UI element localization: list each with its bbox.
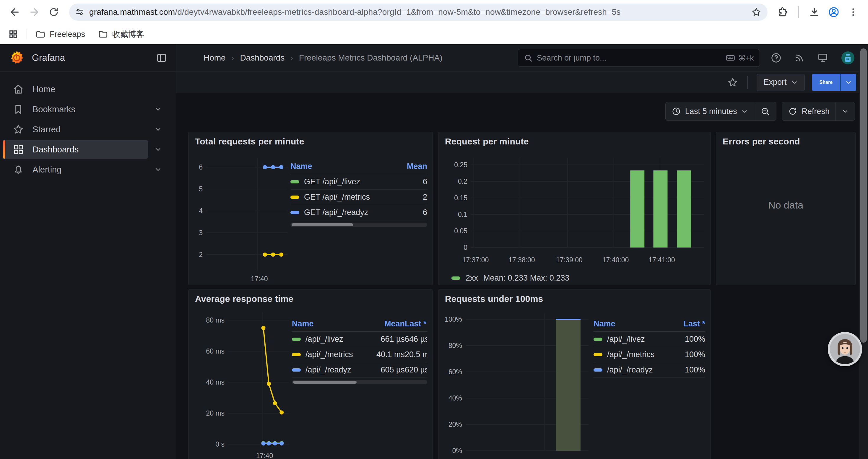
legend-scrollbar[interactable] <box>290 223 427 227</box>
bell-icon <box>12 164 24 175</box>
legend-column-header[interactable]: Name <box>290 162 401 171</box>
keyboard-icon <box>725 53 735 63</box>
forward-icon[interactable] <box>26 4 42 21</box>
bar <box>556 319 581 451</box>
search-input[interactable]: Search or jump to... ⌘+k <box>518 49 760 67</box>
data-point <box>279 410 284 415</box>
url-bar[interactable]: grafana.mathmast.com/d/deytv4rwavabkb/fr… <box>69 4 768 21</box>
legend-row[interactable]: /api/_/livez100% <box>593 332 705 347</box>
series-name[interactable]: 2xx <box>466 273 478 283</box>
bookmark-icon <box>12 103 24 115</box>
series-name[interactable]: GET /api/_/readyz <box>304 208 368 217</box>
legend-column-header[interactable]: Name <box>593 319 670 328</box>
series-value: 100% <box>670 335 705 344</box>
panel-title[interactable]: Errors per second <box>716 132 855 149</box>
extensions-icon[interactable] <box>775 4 791 21</box>
series-name[interactable]: GET /api/_/livez <box>304 177 360 186</box>
breadcrumb-dashboards[interactable]: Dashboards <box>240 53 284 63</box>
legend-scrollbar-thumb[interactable] <box>293 381 356 384</box>
series-stats: Mean: 0.233 Max: 0.233 <box>483 273 569 283</box>
news-rss-icon[interactable] <box>794 53 805 63</box>
refresh-button[interactable]: Refresh <box>782 102 836 121</box>
refresh-interval-dropdown[interactable] <box>836 102 855 121</box>
series-name[interactable]: /api/_/readyz <box>607 365 653 374</box>
series-swatch <box>290 196 299 199</box>
series-name[interactable]: /api/_/livez <box>607 335 645 344</box>
apps-grid-icon[interactable] <box>8 29 18 39</box>
series-name[interactable]: /api/_/metrics <box>306 350 353 359</box>
legend-column-header[interactable]: Mean <box>374 319 405 328</box>
series-name[interactable]: /api/_/livez <box>306 335 343 344</box>
sidebar-item-home[interactable]: Home <box>3 79 172 99</box>
chevron-down-icon[interactable] <box>154 166 162 173</box>
share-button[interactable]: Share <box>812 74 856 91</box>
no-data-message: No data <box>716 149 855 261</box>
legend-column-header[interactable]: Mean <box>401 162 427 171</box>
legend-row[interactable]: GET /api/_/livez6 <box>290 174 427 190</box>
back-icon[interactable] <box>6 4 23 21</box>
sidebar-item-starred[interactable]: Starred <box>3 120 172 139</box>
breadcrumb-home[interactable]: Home <box>204 53 226 63</box>
legend-row[interactable]: /api/_/livez661 µs646 µs <box>292 332 427 347</box>
share-caret-button[interactable] <box>840 74 856 91</box>
panel-title[interactable]: Total requests per minute <box>188 132 433 149</box>
time-range-picker[interactable]: Last 5 minutes <box>665 102 754 121</box>
help-icon[interactable] <box>771 52 782 64</box>
bookmark-folder-blogs[interactable]: 收藏博客 <box>98 29 144 40</box>
sidebar-item-dashboards[interactable]: Dashboards <box>3 140 172 159</box>
zoom-out-button[interactable] <box>754 102 776 121</box>
panel-total-requests: Total requests per minute 6543217:40Name… <box>188 132 433 285</box>
profile-icon[interactable] <box>826 4 842 21</box>
menu-kebab-icon[interactable] <box>845 4 862 21</box>
favorite-star-icon[interactable] <box>727 77 738 88</box>
home-icon <box>12 83 24 95</box>
time-controls: Last 5 minutes Refresh <box>665 102 855 121</box>
chevron-down-icon[interactable] <box>154 145 162 153</box>
bookmark-folder-freeleaps[interactable]: Freeleaps <box>35 29 85 39</box>
legend-scrollbar[interactable] <box>292 380 427 384</box>
panel4-chart: 100%80%60%40%20%0%17:40 <box>441 307 593 459</box>
series-name[interactable]: /api/_/readyz <box>306 365 351 374</box>
series-name[interactable]: GET /api/_/metrics <box>304 193 370 202</box>
share-button-label[interactable]: Share <box>812 74 840 91</box>
legend-row[interactable]: /api/_/metrics100% <box>593 347 705 362</box>
reload-icon[interactable] <box>45 4 62 21</box>
chevron-down-icon[interactable] <box>154 126 162 133</box>
grafana-logo-icon[interactable] <box>9 50 25 66</box>
downloads-icon[interactable] <box>806 4 823 21</box>
y-axis-tick-label: 80% <box>448 342 462 350</box>
bookmark-star-icon[interactable] <box>751 7 762 18</box>
chevron-down-icon[interactable] <box>154 105 162 113</box>
series-swatch <box>292 368 301 371</box>
legend-line[interactable]: 2xxMean: 0.233 Max: 0.233 <box>452 273 705 283</box>
series-name[interactable]: /api/_/metrics <box>607 350 655 359</box>
panel-title[interactable]: Requests under 100ms <box>438 290 711 306</box>
series-swatch <box>593 338 602 341</box>
sidebar-item-bookmarks[interactable]: Bookmarks <box>3 100 172 119</box>
legend-row[interactable]: /api/_/readyz605 µs620 µs <box>292 362 427 378</box>
sidebar-item-alerting[interactable]: Alerting <box>3 160 172 179</box>
site-settings-icon[interactable] <box>75 7 85 17</box>
legend-column-header[interactable]: Name <box>292 319 374 328</box>
panel-title[interactable]: Request per minute <box>438 132 711 149</box>
monitor-icon[interactable] <box>817 52 829 64</box>
sidebar-item-label: Dashboards <box>32 145 79 155</box>
legend-row[interactable]: GET /api/_/readyz6 <box>290 205 427 220</box>
legend-column-header[interactable]: Last * <box>670 319 705 328</box>
export-button[interactable]: Export <box>756 74 804 91</box>
folder-icon <box>35 29 45 39</box>
user-avatar[interactable] <box>841 51 855 65</box>
bar <box>653 170 668 248</box>
legend-scrollbar-thumb[interactable] <box>291 223 353 226</box>
window-scrollbar-thumb[interactable] <box>860 48 867 342</box>
legend-row[interactable]: /api/_/readyz100% <box>593 362 705 378</box>
sidebar-collapse-icon[interactable] <box>156 52 167 64</box>
legend-row[interactable]: /api/_/metrics40.1 ms20.5 ms <box>292 347 427 362</box>
assistant-avatar-bubble[interactable] <box>828 332 862 366</box>
bookmarks-bar: Freeleaps 收藏博客 <box>0 24 868 44</box>
panel-requests-under-100ms: Requests under 100ms 100%80%60%40%20%0%1… <box>438 290 711 459</box>
legend-column-header[interactable]: Last * <box>405 319 427 328</box>
legend-row[interactable]: GET /api/_/metrics2 <box>290 190 427 205</box>
panel-title[interactable]: Average response time <box>188 290 433 306</box>
x-axis-tick-label: 17:39:00 <box>556 256 583 264</box>
